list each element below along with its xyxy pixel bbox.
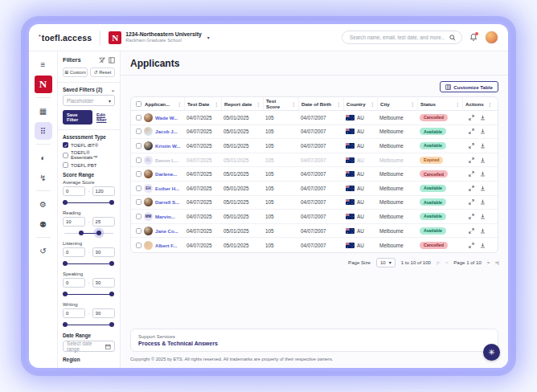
table-row[interactable]: Kristin W... 04/07/2025 05/01/2025 105 0… — [131, 139, 498, 153]
collapse-panel-icon[interactable] — [109, 57, 115, 63]
column-menu-icon[interactable]: ⋮ — [336, 101, 341, 107]
table-row[interactable]: Albert F... 04/07/2025 05/01/2025 105 04… — [131, 238, 498, 252]
slider-handle-min[interactable] — [63, 261, 68, 266]
min-score-input[interactable]: 10 — [63, 217, 85, 227]
column-header[interactable]: City⋮ — [377, 97, 417, 110]
saved-filter-select[interactable]: Placeholder ▾ — [63, 95, 115, 106]
user-avatar[interactable] — [485, 31, 498, 44]
expand-row-icon[interactable] — [469, 214, 474, 219]
flash-icon[interactable]: ↯ — [35, 169, 52, 186]
max-score-input[interactable]: 120 — [92, 186, 115, 196]
slider-handle-min[interactable] — [63, 322, 68, 327]
table-row[interactable]: Jane Co... 04/07/2025 05/01/2025 105 04/… — [131, 224, 498, 239]
column-menu-icon[interactable]: ⋮ — [214, 101, 219, 107]
expand-row-icon[interactable] — [469, 171, 474, 177]
slider-handle-max[interactable] — [109, 292, 114, 296]
score-range-slider[interactable] — [64, 230, 113, 236]
slider-handle-max[interactable] — [109, 261, 114, 266]
download-icon[interactable] — [480, 228, 486, 234]
last-page-button[interactable]: >| — [495, 259, 498, 265]
chevron-up-icon[interactable]: ⌄ — [111, 87, 115, 92]
score-range-slider[interactable] — [64, 199, 113, 206]
table-row[interactable]: Darlene... 04/07/2025 05/01/2025 105 04/… — [131, 167, 498, 182]
row-checkbox[interactable] — [136, 214, 141, 219]
custom-filter-button[interactable]: ⊞ Custom — [63, 67, 88, 77]
notifications-button[interactable] — [469, 33, 478, 42]
expand-row-icon[interactable] — [469, 228, 474, 234]
first-page-button[interactable]: |< — [437, 259, 440, 265]
score-range-slider[interactable] — [64, 291, 113, 297]
table-row[interactable]: MM Marvin... 04/07/2025 05/01/2025 105 0… — [131, 210, 498, 224]
contrast-icon[interactable]: ◐ — [35, 149, 52, 166]
row-checkbox[interactable] — [136, 186, 141, 191]
date-range-input[interactable]: Select date range — [63, 341, 115, 352]
download-icon[interactable] — [480, 243, 486, 248]
applicant-name-link[interactable]: Devon L... — [155, 157, 178, 163]
score-range-slider[interactable] — [64, 260, 113, 267]
reset-filter-button[interactable]: ↺ Reset — [90, 67, 115, 77]
max-score-input[interactable]: 30 — [92, 308, 115, 318]
applicant-name-link[interactable]: Darlene... — [155, 171, 177, 177]
column-menu-icon[interactable]: ⋮ — [370, 101, 375, 107]
table-row[interactable]: Jacob J... 04/07/2025 05/01/2025 105 04/… — [131, 125, 498, 140]
slider-handle-min[interactable] — [63, 200, 68, 205]
applicant-name-link[interactable]: Wade W... — [155, 115, 178, 120]
applicant-name-link[interactable]: Jane Co... — [155, 228, 178, 234]
slider-handle-max[interactable] — [109, 322, 114, 327]
max-score-input[interactable]: 30 — [92, 278, 115, 288]
column-menu-icon[interactable]: ⋮ — [291, 101, 296, 107]
expand-row-icon[interactable] — [469, 157, 474, 163]
integrations-icon[interactable]: ↺ — [35, 242, 52, 259]
applicant-name-link[interactable]: Esther H... — [155, 186, 179, 191]
expand-row-icon[interactable] — [469, 129, 474, 134]
search-input[interactable] — [348, 34, 446, 41]
row-checkbox[interactable] — [136, 115, 141, 120]
expand-row-icon[interactable] — [469, 243, 474, 248]
applicant-name-link[interactable]: Jacob J... — [155, 129, 178, 134]
column-header[interactable]: Report date⋮ — [221, 97, 263, 110]
apps-grid-icon[interactable]: ⠿ — [35, 122, 52, 140]
column-menu-icon[interactable]: ⋮ — [177, 101, 182, 107]
assessment-option[interactable]: TOEFL iBT® — [63, 142, 115, 148]
slider-handle-max[interactable] — [96, 231, 101, 235]
row-checkbox[interactable] — [136, 228, 141, 234]
row-checkbox[interactable] — [136, 129, 141, 134]
min-score-input[interactable]: 0 — [63, 278, 85, 288]
slider-handle-max[interactable] — [109, 200, 114, 205]
table-row[interactable]: DL Devon L... 04/07/2025 05/01/2025 105 … — [131, 153, 498, 168]
download-icon[interactable] — [480, 186, 486, 191]
score-range-slider[interactable] — [64, 321, 113, 328]
download-icon[interactable] — [480, 199, 486, 205]
global-search[interactable] — [342, 31, 462, 44]
clear-filters-icon[interactable] — [99, 57, 105, 63]
column-header[interactable]: Status⋮ — [417, 97, 462, 110]
expand-row-icon[interactable] — [469, 186, 474, 191]
expand-row-icon[interactable] — [469, 115, 474, 120]
checkbox[interactable] — [63, 162, 68, 168]
page-size-select[interactable]: 10▾ — [376, 258, 396, 267]
download-icon[interactable] — [480, 214, 486, 219]
column-header[interactable]: Country⋮ — [343, 97, 377, 110]
applicant-name-link[interactable]: Albert F... — [155, 243, 177, 248]
support-link[interactable]: Process & Technical Answers — [138, 341, 490, 346]
column-header[interactable]: Actions⋮ — [462, 97, 494, 110]
slider-handle-min[interactable] — [79, 231, 84, 235]
settings-icon[interactable]: ⚙ — [35, 195, 52, 213]
column-menu-icon[interactable]: ⋮ — [455, 101, 460, 107]
download-icon[interactable] — [480, 157, 486, 163]
min-score-input[interactable]: 0 — [63, 308, 85, 318]
chat-widget-button[interactable]: ✳ — [483, 344, 500, 361]
column-header[interactable]: Date of Birth⋮ — [298, 97, 343, 110]
edit-filter-link[interactable]: Edit filter — [96, 112, 115, 122]
save-filter-button[interactable]: Save Filter — [63, 110, 92, 125]
row-checkbox[interactable] — [136, 143, 141, 149]
column-menu-icon[interactable]: ⋮ — [256, 101, 260, 107]
org-selector[interactable]: N 1234-Northeastern University Rackham G… — [109, 31, 209, 44]
download-icon[interactable] — [480, 171, 486, 177]
assessment-option[interactable]: TOEFL PBT — [63, 162, 115, 168]
row-checkbox[interactable] — [136, 171, 141, 177]
max-score-input[interactable]: 25 — [92, 217, 115, 227]
select-all-checkbox[interactable] — [136, 101, 141, 107]
assessment-option[interactable]: TOEFL® Essentials™ — [63, 150, 115, 160]
expand-row-icon[interactable] — [469, 199, 474, 205]
